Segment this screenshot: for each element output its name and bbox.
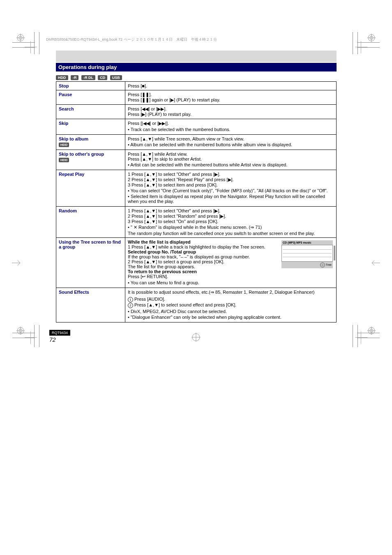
up-down-icon: ▲,▼ [145,177,156,182]
up-down-icon: ▲,▼ [145,182,156,187]
up-down-icon: ▲,▼ [142,152,152,157]
crosshair-icon [191,333,201,343]
return-icon: ↩ [142,274,145,279]
row-skip-group: Skip to other's group HDD Press [▲,▼] wh… [56,150,337,170]
preview-row [283,250,332,253]
registration-mark-icon [367,327,376,335]
arrow-right-icon: ⇒ [250,225,254,230]
cell-stop: Press [■]. [125,82,337,90]
rqt-code: RQT9434 [52,331,68,335]
crop-line [353,32,353,54]
label-stop: Stop [56,82,125,90]
row-search: Search Press [◀◀] or [▶▶]. Press [▶] (PL… [56,105,337,119]
row-repeat: Repeat Play 1 Press [▲,▼] to select "Oth… [56,170,337,207]
cell-random: 1 Press [▲,▼] to select "Other" and pres… [125,207,337,238]
registration-mark-icon [367,34,376,42]
up-down-icon: ▲,▼ [148,302,159,307]
label-skip-album: Skip to album HDD [56,135,125,150]
stop-icon: ■ [142,83,145,88]
row-stop: Stop Press [■]. [56,82,337,90]
step-1-icon: 1 [128,297,133,302]
crosshair-icon [25,332,37,344]
rewind-icon: ◀◀ [142,106,148,111]
registration-mark-icon [12,259,20,267]
label-sound: Sound Effects [56,288,125,322]
crosshair-icon [355,332,367,344]
label-repeat: Repeat Play [56,170,125,207]
page-number: 72 [49,336,73,343]
right-icon: ▶ [228,177,231,182]
up-down-icon: ▲,▼ [145,172,156,177]
label-random: Random [56,207,125,238]
tag-r: -R [71,75,79,80]
cell-skip-group: Press [▲,▼] while Artist view. Press [▲,… [125,150,337,170]
registration-mark-icon [16,34,25,42]
right-icon: ▶ [214,172,218,177]
row-random: Random 1 Press [▲,▼] to select "Other" a… [56,207,337,238]
label-search: Search [56,105,125,119]
crop-line [353,325,353,347]
pause-icon: ❚❚ [142,97,149,102]
row-skip-album: Skip to album HDD Press [▲,▼] while Tree… [56,135,337,150]
print-header-line: DMRBS850&750EG-RQT9434-L_eng.book 72 ページ… [46,37,392,42]
up-down-icon: ▲,▼ [145,208,156,213]
section-title: Operations during play [56,63,337,71]
crosshair-icon [25,41,37,53]
step-2-icon: 2 [128,303,133,308]
up-down-icon: ▲,▼ [145,219,156,224]
tag-cd: CD [98,75,107,80]
preview-scrollbar [334,246,335,260]
up-down-icon: ▲,▼ [145,244,156,249]
preview-row [283,253,332,257]
skip-back-icon: |◀◀ [142,121,150,126]
row-pause: Pause Press [❚❚]. Press [❚❚] again or [▶… [56,90,337,105]
crosshair-icon [355,41,367,53]
preview-footer: ◎Tree [281,262,333,268]
up-down-icon: ▲,▼ [145,214,156,219]
right-icon: ▶ [214,208,218,213]
label-pause: Pause [56,90,125,105]
pause-icon: ❚❚ [142,92,149,97]
cell-pause: Press [❚❚]. Press [❚❚] again or [▶] (PLA… [125,90,337,105]
cell-search: Press [◀◀] or [▶▶]. Press [▶] (PLAY) to … [125,105,337,119]
row-skip: Skip Press [|◀◀] or [▶▶|]. • Track can b… [56,119,337,135]
tag-hdd-inline: HDD [59,143,69,147]
operations-table: Stop Press [■]. Pause Press [❚❚]. Press … [56,81,337,322]
up-down-icon: ▲,▼ [142,157,152,161]
up-down-icon: ▲,▼ [145,259,156,264]
skip-forward-icon: ▶▶| [159,121,166,126]
registration-mark-icon [372,259,380,267]
label-skip-group: Skip to other's group HDD [56,150,125,170]
fastforward-icon: ▶▶ [157,106,164,111]
disc-icon: ◎ [320,263,325,267]
page-banner [56,51,337,62]
cell-tree: CD (MP3) MP3 music [125,238,337,288]
preview-header: CD (MP3) MP3 music [281,240,333,245]
crop-line [39,325,39,347]
label-tree: Using the Tree screen to find a group [56,238,125,288]
page-footer: RQT9434 72 [49,330,73,343]
tag-hdd-inline: HDD [59,158,69,162]
row-sound: Sound Effects It is possible to adjust s… [56,288,337,322]
up-down-icon: ▲,▼ [142,136,152,141]
cell-sound: It is possible to adjust sound effects, … [125,288,337,322]
row-tree: Using the Tree screen to find a group CD… [56,238,337,288]
cell-repeat: 1 Press [▲,▼] to select "Other" and pres… [125,170,337,207]
crop-line [39,32,39,54]
label-skip: Skip [56,119,125,135]
arrow-right-icon: ⇒ [210,290,214,295]
tag-rdl: -R DL [81,75,95,80]
tag-usb: USB [110,75,122,80]
cell-skip-album: Press [▲,▼] while Tree screen, Album vie… [125,135,337,150]
tree-screen-preview: CD (MP3) MP3 music [281,240,333,268]
media-tags: HDD -R -R DL CD USB [56,73,337,81]
preview-row [283,257,332,260]
cell-skip: Press [|◀◀] or [▶▶|]. • Track can be sel… [125,119,337,135]
registration-mark-icon [16,327,25,335]
random-icon: ✕ [134,225,137,230]
tag-hdd: HDD [56,75,68,80]
preview-row [283,246,332,250]
